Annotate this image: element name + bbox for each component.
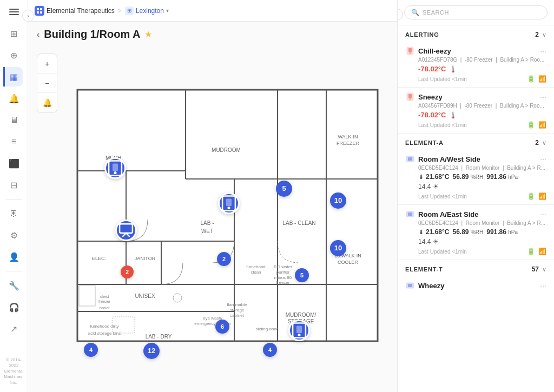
sidebar-item-tv[interactable]: ⬛ (4, 154, 24, 173)
sidebar-item-layers[interactable]: ⊟ (4, 175, 24, 195)
location-chevron-icon[interactable]: ▾ (166, 8, 169, 14)
breadcrumb-location[interactable]: ⊞ Lexington ▾ (125, 6, 169, 15)
device-updated-room-a-west: Last Updated <1min 🔋 📶 (418, 192, 546, 200)
svg-text:ELEC.: ELEC. (92, 256, 106, 261)
device-icon-room-a-east (405, 209, 415, 219)
temp-metric-east: 🌡 21.68°C (418, 228, 450, 236)
sidebar-item-wrench[interactable]: 🔧 (4, 276, 24, 295)
zoom-out-button[interactable]: − (37, 74, 57, 93)
alert-button[interactable]: 🔔 (37, 93, 57, 112)
count-marker-5[interactable]: 5 (276, 181, 292, 197)
last-updated-sneezy-label: Last Updated <1min (418, 122, 467, 128)
temp-reading-west: 21.68°C (426, 173, 450, 181)
pressure-metric-west: 991.86 hPa (486, 173, 518, 181)
count-marker-4a[interactable]: 4 (84, 343, 98, 357)
device-sub-metrics-west: 14.4 ☀ (418, 183, 546, 190)
element-a-chevron-icon[interactable]: ∨ (542, 139, 546, 147)
zoom-in-button[interactable]: + (37, 54, 57, 74)
device-card-room-a-west[interactable]: Room A/West Side ··· 0EC6D5E4C124 | Room… (398, 150, 554, 205)
breadcrumb-org[interactable]: Elemental Therapeutics (35, 6, 115, 16)
hamburger-menu[interactable] (6, 4, 22, 19)
sidebar-item-settings[interactable]: ⚙ (4, 225, 24, 245)
sidebar-item-add[interactable]: ⊕ (4, 45, 24, 65)
search-bar[interactable]: 🔍 (404, 5, 548, 19)
device-icon-room-a-west (405, 154, 415, 164)
device-menu-room-a-west[interactable]: ··· (540, 155, 546, 163)
count-marker-10b[interactable]: 10 (330, 240, 346, 256)
device-menu-wheezy[interactable]: ··· (540, 281, 546, 290)
count-marker-12[interactable]: 12 (143, 343, 160, 359)
floor-plan: MECH. ELEC. JANITOR UNISEX MUDROOM LAB -… (34, 74, 391, 355)
left-sidebar: › ⊞ ⊕ ▦ 🔔 🖥 ≡ ⬛ ⊟ ⛨ ⚙ 👤 🔧 🎧 ↗ © 2014-202… (0, 0, 28, 392)
sidebar-divider-2 (6, 271, 22, 271)
count-marker-10a[interactable]: 10 (330, 192, 346, 209)
count-marker-5b[interactable]: 5 (295, 268, 309, 282)
sun-icon-east: ☀ (433, 238, 439, 245)
svg-rect-3 (40, 11, 42, 14)
search-input[interactable] (423, 9, 540, 16)
device-marker-2[interactable] (218, 192, 240, 214)
svg-text:minus 80: minus 80 (274, 275, 292, 280)
back-button[interactable]: ‹ (37, 30, 39, 39)
count-marker-2[interactable]: 2 (217, 252, 231, 266)
device-menu-chill-eezy[interactable]: ··· (540, 46, 546, 55)
svg-text:LAB -: LAB - (200, 220, 214, 226)
device-marker-1[interactable] (104, 157, 126, 179)
count-marker-4b[interactable]: 4 (263, 343, 277, 357)
right-panel: › 🔍 ALERTING 2 ∨ (397, 0, 554, 392)
sidebar-item-grid[interactable]: ⊞ (4, 24, 24, 43)
device-updated-room-a-east: Last Updated <1min 🔋 📶 (418, 248, 546, 255)
top-bar: Elemental Therapeutics > ⊞ Lexington ▾ (28, 0, 397, 22)
wifi-icon-east: 📶 (538, 248, 546, 255)
device-icon-chill-eezy (405, 46, 415, 56)
alerting-chevron-icon[interactable]: ∨ (542, 31, 546, 38)
device-icon-sneezy (405, 92, 415, 102)
sidebar-item-headset[interactable]: 🎧 (4, 297, 24, 317)
device-name-wheezy: Wheezy (418, 282, 444, 290)
device-marker-4[interactable] (115, 220, 137, 241)
sidebar-item-map[interactable]: ▦ (3, 67, 23, 87)
device-marker-3[interactable] (288, 320, 310, 341)
sidebar-item-export[interactable]: ↗ (4, 319, 24, 338)
svg-text:storage: storage (230, 308, 245, 313)
element-a-section-header: ELEMENT-A 2 ∨ (398, 134, 554, 150)
count-marker-6[interactable]: 6 (215, 320, 229, 334)
device-menu-room-a-east[interactable]: ··· (540, 210, 546, 218)
device-updated-sneezy: Last Updated <1min 🔋 📶 (418, 121, 546, 129)
device-id-chill-eezy: A012345FD78G | -80 Freezer | Building A … (418, 57, 546, 63)
alerting-title: ALERTING (405, 31, 439, 38)
alerting-count: 2 (535, 31, 539, 38)
svg-text:LAB - DRY: LAB - DRY (146, 334, 172, 340)
sidebar-collapse-button[interactable]: › (22, 10, 34, 22)
svg-text:clean: clean (250, 270, 261, 275)
device-menu-sneezy[interactable]: ··· (540, 92, 546, 101)
svg-text:COOLER: COOLER (338, 260, 359, 265)
device-name-room-a-east: Room A/East Side (418, 210, 478, 218)
device-card-wheezy[interactable]: Wheezy ··· (398, 276, 554, 296)
element-t-chevron-icon[interactable]: ∨ (542, 266, 546, 273)
sidebar-item-user[interactable]: 👤 (4, 247, 24, 267)
device-sub-metrics-east: 14.4 ☀ (418, 238, 546, 245)
svg-rect-76 (408, 212, 412, 216)
count-marker-2-red[interactable]: 2 (121, 265, 134, 278)
device-card-chill-eezy[interactable]: Chill-eezy ··· A012345FD78G | -80 Freeze… (398, 42, 554, 88)
sidebar-item-monitor[interactable]: 🖥 (4, 110, 24, 130)
element-a-count-area: 2 ∨ (535, 139, 546, 147)
favorite-star-icon[interactable]: ★ (144, 29, 152, 39)
sidebar-item-shield[interactable]: ⛨ (4, 204, 24, 223)
svg-rect-64 (296, 325, 302, 333)
thermometer-icon-east: 🌡 (418, 229, 424, 235)
svg-text:JANITOR: JANITOR (135, 256, 156, 261)
sidebar-bottom: © 2014-2022 Elemental Machines, Inc. (0, 355, 28, 388)
device-name-row-west: Room A/West Side (405, 154, 480, 164)
sidebar-item-bell[interactable]: 🔔 (4, 89, 24, 108)
sub-value-east: 14.4 (418, 238, 431, 245)
temp-alert-icon-sneezy: 🌡️ (449, 111, 457, 119)
device-card-room-a-east[interactable]: Room A/East Side ··· 0EC6D5E4C124 | Room… (398, 205, 554, 260)
svg-text:cooler: cooler (99, 306, 110, 310)
device-alert-temp-chill-eezy: -78.02°C 🌡️ (418, 65, 546, 73)
device-card-sneezy[interactable]: Sneezy ··· A034567FD89H | -80 Freezer | … (398, 88, 554, 134)
battery-icon-east: 🔋 (527, 248, 535, 255)
sidebar-item-chart[interactable]: ≡ (4, 132, 24, 151)
svg-text:MUDROOM: MUDROOM (212, 147, 241, 153)
